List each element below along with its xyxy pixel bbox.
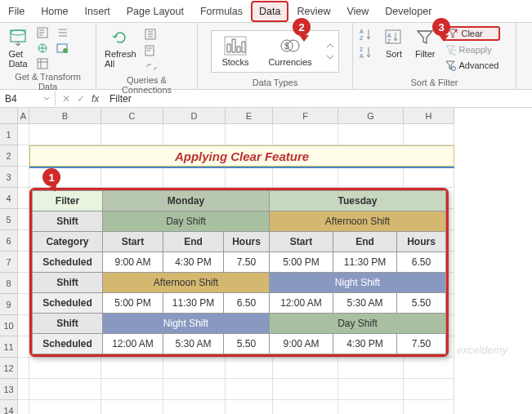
cell-value[interactable]: 4:30 PM: [163, 252, 224, 273]
label-end[interactable]: End: [163, 232, 224, 252]
title-underline: [29, 167, 454, 168]
row-header[interactable]: 13: [0, 379, 18, 400]
enter-icon[interactable]: ✓: [77, 93, 85, 105]
tab-view[interactable]: View: [338, 1, 377, 22]
cell-value[interactable]: 11:30 PM: [333, 252, 397, 273]
get-data-button[interactable]: Get Data: [5, 26, 31, 70]
cell-value[interactable]: 5.50: [397, 293, 446, 314]
ribbon: Get Data Get & Transform Data Refresh Al…: [0, 23, 532, 90]
row-header[interactable]: 9: [0, 294, 18, 315]
reapply-button[interactable]: Reapply: [443, 43, 500, 56]
recent-sources-button[interactable]: [56, 26, 70, 39]
cell-value[interactable]: 6.50: [224, 293, 270, 314]
from-table-button[interactable]: [36, 57, 51, 70]
cell-value[interactable]: 5:00 PM: [270, 252, 333, 273]
cell-value[interactable]: 5:00 PM: [103, 293, 163, 314]
cell-value[interactable]: 9:00 AM: [103, 252, 163, 273]
tab-page-layout[interactable]: Page Layout: [118, 1, 192, 22]
svg-rect-0: [11, 30, 25, 42]
cell-value[interactable]: 5:30 AM: [333, 293, 397, 314]
cell-value[interactable]: 7.50: [397, 334, 446, 354]
cell-value[interactable]: 5:30 AM: [163, 334, 224, 354]
header-monday[interactable]: Monday: [103, 191, 270, 211]
data-types-more[interactable]: [324, 43, 337, 60]
col-header[interactable]: B: [29, 108, 101, 124]
tab-data[interactable]: Data: [251, 1, 288, 22]
row-header[interactable]: 7: [0, 252, 18, 273]
currencies-button[interactable]: $ Currencies: [260, 34, 320, 69]
col-header[interactable]: C: [101, 108, 163, 124]
sort-za-button[interactable]: ZA: [358, 44, 376, 60]
label-end[interactable]: End: [333, 232, 397, 252]
stocks-button[interactable]: Stocks: [213, 34, 257, 69]
col-header[interactable]: F: [273, 108, 338, 124]
shift-cell[interactable]: Night Shift: [270, 273, 446, 293]
cell-value[interactable]: 9:00 AM: [270, 334, 333, 354]
shift-cell[interactable]: Afternoon Shift: [103, 273, 270, 293]
shift-cell[interactable]: Afternoon Shift: [270, 211, 446, 232]
row-header[interactable]: 8: [0, 273, 18, 294]
row-header[interactable]: 12: [0, 358, 18, 379]
label-shift[interactable]: Shift: [33, 273, 103, 293]
label-hours[interactable]: Hours: [397, 232, 446, 252]
fx-icon[interactable]: fx: [92, 93, 103, 105]
cell-value[interactable]: 4:30 PM: [333, 334, 397, 354]
col-header[interactable]: E: [226, 108, 273, 124]
formula-value[interactable]: Filter: [110, 93, 132, 105]
label-shift[interactable]: Shift: [33, 314, 103, 334]
cell-value[interactable]: 6.50: [397, 252, 446, 273]
refresh-all-button[interactable]: Refresh All: [101, 26, 140, 70]
from-text-button[interactable]: [36, 26, 51, 39]
label-scheduled[interactable]: Scheduled: [33, 293, 103, 314]
label-start[interactable]: Start: [270, 232, 333, 252]
shift-cell[interactable]: Day Shift: [270, 314, 446, 334]
row-header[interactable]: 5: [0, 209, 18, 230]
tab-formulas[interactable]: Formulas: [192, 1, 251, 22]
row-header[interactable]: 6: [0, 230, 18, 252]
label-shift[interactable]: Shift: [33, 211, 103, 232]
svg-text:$: $: [284, 42, 289, 51]
cancel-icon[interactable]: ✕: [62, 93, 70, 105]
cell-value[interactable]: 11:30 PM: [163, 293, 224, 314]
label-start[interactable]: Start: [103, 232, 163, 252]
advanced-button[interactable]: Advanced: [443, 59, 500, 72]
tab-file[interactable]: File: [0, 1, 33, 22]
col-header[interactable]: D: [163, 108, 226, 124]
edit-links-button[interactable]: [145, 60, 158, 73]
table-row: Shift Day Shift Afternoon Shift: [33, 211, 446, 232]
col-header[interactable]: H: [404, 108, 454, 124]
name-box[interactable]: B4: [0, 91, 56, 106]
row-header[interactable]: 2: [0, 145, 18, 167]
tab-home[interactable]: Home: [33, 1, 76, 22]
header-filter[interactable]: Filter: [33, 191, 103, 211]
from-web-button[interactable]: [36, 42, 51, 55]
cell-value[interactable]: 5.50: [224, 334, 270, 354]
queries-conn-button[interactable]: [145, 28, 158, 41]
cell-value[interactable]: 12:00 AM: [103, 334, 163, 354]
row-header[interactable]: 11: [0, 336, 18, 358]
shift-cell[interactable]: Night Shift: [103, 314, 270, 334]
properties-button[interactable]: [145, 44, 158, 57]
tab-developer[interactable]: Developer: [377, 1, 440, 22]
row-header[interactable]: 3: [0, 167, 18, 188]
row-header[interactable]: 1: [0, 124, 18, 145]
sort-az-button[interactable]: AZ: [358, 26, 376, 42]
clear-button[interactable]: Clear: [443, 26, 500, 41]
select-all-corner[interactable]: [0, 108, 18, 124]
row-header[interactable]: 10: [0, 315, 18, 336]
label-scheduled[interactable]: Scheduled: [33, 252, 103, 273]
cell-value[interactable]: 7.50: [224, 252, 270, 273]
tab-insert[interactable]: Insert: [77, 1, 118, 22]
cell-value[interactable]: 12:00 AM: [270, 293, 333, 314]
col-header[interactable]: A: [18, 108, 29, 124]
shift-cell[interactable]: Day Shift: [103, 211, 270, 232]
existing-conn-button[interactable]: [56, 42, 70, 55]
row-header[interactable]: 4: [0, 188, 18, 209]
row-header[interactable]: 14: [0, 400, 18, 414]
label-scheduled[interactable]: Scheduled: [33, 334, 103, 354]
col-header[interactable]: G: [338, 108, 404, 124]
label-hours[interactable]: Hours: [224, 232, 270, 252]
sort-button[interactable]: AZ Sort: [381, 26, 407, 60]
label-category[interactable]: Category: [33, 232, 103, 252]
header-tuesday[interactable]: Tuesday: [270, 191, 446, 211]
